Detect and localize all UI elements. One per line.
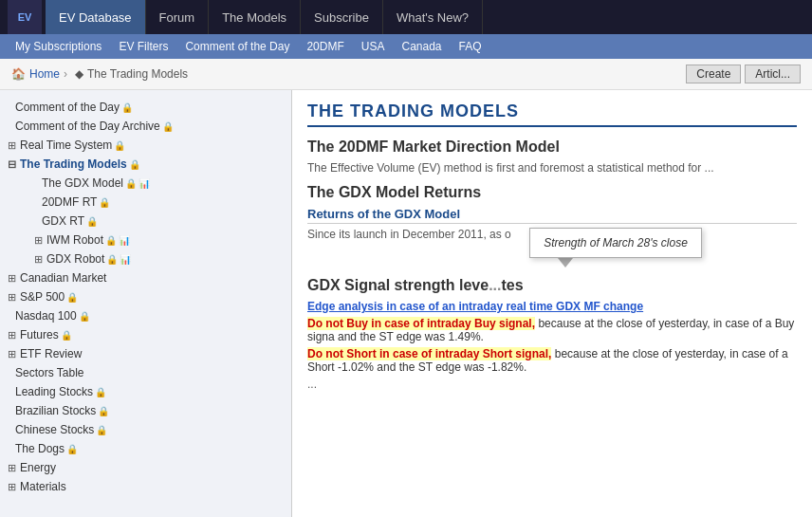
sidebar-label: Canadian Market [20,271,106,285]
expand-icon: ⊞ [8,329,16,342]
sidebar-group-materials[interactable]: ⊞ Materials [0,477,291,496]
sidebar-item-nasdaq100[interactable]: Nasdaq 100 🔒 [0,306,291,325]
sidebar-group-sp500[interactable]: ⊞ S&P 500 🔒 [0,287,291,306]
tab-the-models[interactable]: The Models [209,0,301,34]
lock-icon: 🔒 [86,216,98,227]
sidebar-item-gdx-model[interactable]: The GDX Model 🔒 📊 [15,174,291,193]
sidebar-label: Futures [20,328,59,342]
secnav-20dmf[interactable]: 20DMF [299,36,351,57]
sidebar-label: The Dogs [15,442,65,455]
sidebar-label: 20DMF RT [42,195,97,209]
main-tabs: EV Database Forum The Models Subscribe W… [46,0,483,34]
sidebar-group-energy[interactable]: ⊞ Energy [0,458,291,477]
section3-title: GDX Signal strength leve...tes [307,277,797,294]
sidebar-item-leading-stocks[interactable]: Leading Stocks 🔒 [0,382,291,401]
secnav-faq[interactable]: FAQ [452,36,489,57]
sidebar-group-real-time-system[interactable]: ⊞ Real Time System 🔒 [0,136,291,155]
tab-ev-database[interactable]: EV Database [46,0,146,34]
edge-analysis-label: Edge analysis in case of an intraday rea… [307,300,797,313]
secnav-ev-filters[interactable]: EV Filters [111,36,175,57]
sidebar-label: The Trading Models [20,157,127,171]
ellipsis: ... [307,378,797,391]
breadcrumb-separator: › [64,67,67,81]
sidebar: Comment of the Day 🔒 Comment of the Day … [0,90,292,517]
sidebar-item-brazilian-stocks[interactable]: Brazilian Stocks 🔒 [0,401,291,420]
sidebar-item-comment-of-the-day[interactable]: Comment of the Day 🔒 [0,98,291,117]
lock-icon: 🔒 [79,311,90,322]
main-layout: Comment of the Day 🔒 Comment of the Day … [0,90,812,517]
tab-whats-new[interactable]: What's New? [383,0,483,34]
chart-icon: 📊 [138,178,150,189]
lock-icon: 🔒 [125,178,137,189]
sidebar-label: Comment of the Day [15,101,120,114]
sidebar-item-chinese-stocks[interactable]: Chinese Stocks 🔒 [0,420,291,439]
breadcrumb-home[interactable]: Home [29,67,60,81]
create-button[interactable]: Create [686,65,741,83]
lock-icon: 🔒 [99,197,110,208]
sidebar-group-gdx-robot[interactable]: ⊞ GDX Robot 🔒 📊 [15,249,291,268]
lock-icon: 🔒 [96,425,107,435]
sidebar-label: Chinese Stocks [15,423,94,436]
sidebar-item-20dmf-rt[interactable]: 20DMF RT 🔒 [15,193,291,212]
sidebar-item-gdx-rt[interactable]: GDX RT 🔒 [15,212,291,231]
section2-title: The GDX Model Returns [307,184,797,201]
tooltip-tail [558,258,573,268]
highlight-short-signal: Do not Short in case of intraday Short s… [307,347,551,360]
lock-icon: 🔒 [66,444,78,454]
home-icon: 🏠 [11,67,26,81]
article-button[interactable]: Articl... [745,65,801,83]
sidebar-label: IWM Robot [46,233,103,247]
sidebar-label: Brazilian Stocks [15,404,96,417]
expand-icon: ⊞ [34,253,43,266]
expand-icon: ⊞ [8,272,16,285]
section1-title: The 20DMF Market Direction Model [307,138,797,156]
sidebar-item-sectors-table[interactable]: Sectors Table [0,363,291,382]
highlight-text-1: Do not Buy in case of intraday Buy signa… [307,317,797,343]
secnav-comment-of-the-day[interactable]: Comment of the Day [177,36,297,57]
chart-icon: 📊 [119,235,130,246]
sidebar-group-futures[interactable]: ⊞ Futures 🔒 [0,325,291,344]
sidebar-label: Energy [20,461,56,474]
breadcrumb-current: The Trading Models [87,67,188,81]
lock-icon: 🔒 [121,102,133,113]
secnav-my-subscriptions[interactable]: My Subscriptions [8,36,109,57]
lock-icon: 🔒 [98,406,109,416]
sidebar-group-etf-review[interactable]: ⊞ ETF Review [0,344,291,363]
page-title: THE TRADING MODELS [307,102,797,127]
secnav-canada[interactable]: Canada [394,36,449,57]
highlight-buy-signal: Do not Buy in case of intraday Buy signa… [307,317,535,330]
sidebar-label: Materials [20,480,66,493]
breadcrumb-actions: Create Articl... [686,65,801,83]
sidebar-label: ETF Review [20,347,82,360]
expand-icon: ⊞ [8,139,16,152]
tab-subscribe[interactable]: Subscribe [301,0,383,34]
lock-icon: 🔒 [105,235,117,246]
sidebar-group-canadian-market[interactable]: ⊞ Canadian Market [0,268,291,287]
sidebar-item-the-dogs[interactable]: The Dogs 🔒 [0,439,291,458]
secondary-navigation: My Subscriptions EV Filters Comment of t… [0,34,812,59]
sidebar-label: The GDX Model [42,176,123,190]
expand-icon: ⊞ [8,462,16,474]
expand-icon: ⊟ [8,158,16,171]
chart-icon: 📊 [120,254,131,265]
lock-icon: 🔒 [114,140,125,151]
tab-forum[interactable]: Forum [146,0,210,34]
sidebar-label: Leading Stocks [15,385,93,398]
section1-text: The Effective Volume (EV) method is firs… [307,161,797,175]
expand-icon: ⊞ [8,291,16,304]
section2-text: Since its launch in December 2011, as o … [307,228,797,268]
sidebar-group-iwm-robot[interactable]: ⊞ IWM Robot 🔒 📊 [15,231,291,249]
lock-icon: 🔒 [129,159,140,170]
secnav-usa[interactable]: USA [354,36,393,57]
sidebar-item-comment-archive[interactable]: Comment of the Day Archive 🔒 [0,117,291,136]
expand-icon: ⊞ [34,234,43,247]
sidebar-group-trading-models[interactable]: ⊟ The Trading Models 🔒 [0,155,291,174]
sidebar-label: Sectors Table [15,366,84,379]
sidebar-label: Nasdaq 100 [15,309,77,323]
sidebar-label: S&P 500 [20,290,65,304]
lock-icon: 🔒 [106,254,118,265]
sidebar-label: GDX RT [42,214,84,228]
sidebar-label: GDX Robot [46,252,104,266]
lock-icon: 🔒 [61,330,72,341]
section2-subtitle: Returns of the GDX Model [307,207,797,224]
